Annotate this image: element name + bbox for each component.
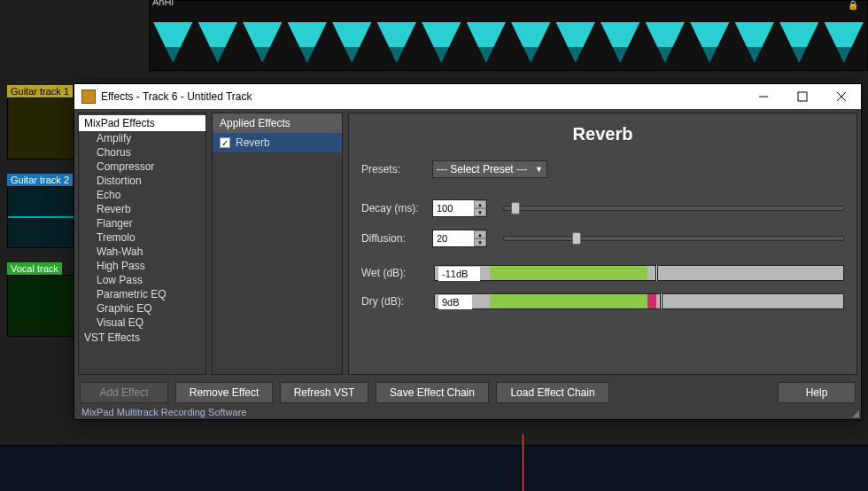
maximize-button[interactable] (783, 84, 822, 109)
load-effect-chain-button[interactable]: Load Effect Chain (496, 382, 609, 403)
dry-fill (490, 294, 647, 308)
wet-label: Wet (dB): (361, 267, 425, 279)
help-button[interactable]: Help (778, 382, 856, 403)
bg-track-label: Guitar track 1 (7, 85, 73, 97)
bg-track-label: Guitar track 2 (7, 174, 73, 186)
tree-leaf[interactable]: Parametric EQ (79, 287, 205, 301)
decay-input[interactable]: ▲▼ (432, 199, 487, 217)
tree-leaf[interactable]: Reverb (79, 202, 205, 216)
effects-tree[interactable]: MixPad Effects AmplifyChorusCompressorDi… (78, 113, 206, 375)
tree-leaf[interactable]: Graphic EQ (79, 301, 205, 316)
button-row: Add Effect Remove Effect Refresh VST Sav… (74, 378, 861, 407)
bg-track-label: Vocal track (7, 262, 62, 275)
tree-leaf[interactable]: High Pass (79, 259, 205, 273)
refresh-vst-button[interactable]: Refresh VST (280, 382, 368, 403)
applied-effect-name: Reverb (236, 136, 270, 149)
window-title: Effects - Track 6 - Untitled Track (101, 90, 744, 103)
effect-params-panel: Reverb Presets: --- Select Preset --- ▼ … (348, 113, 857, 375)
remove-effect-button[interactable]: Remove Effect (175, 382, 273, 403)
resize-handle[interactable] (850, 409, 859, 417)
tree-leaf[interactable]: Tremolo (79, 230, 205, 245)
presets-select[interactable]: --- Select Preset --- ▼ (432, 160, 547, 178)
effect-title: Reverb (361, 124, 844, 144)
playhead (523, 434, 523, 491)
decay-slider[interactable] (503, 206, 844, 211)
add-effect-button[interactable]: Add Effect (80, 382, 168, 403)
decay-label: Decay (ms): (361, 202, 425, 214)
tree-leaf[interactable]: Chorus (79, 145, 205, 160)
diffusion-input[interactable]: ▲▼ (432, 230, 487, 247)
applied-effects-header: Applied Effects (213, 113, 342, 133)
decay-slider-thumb[interactable] (511, 202, 520, 214)
dry-value-text: 9dB (438, 295, 472, 309)
tree-leaf[interactable]: Amplify (79, 131, 205, 145)
close-button[interactable] (822, 84, 861, 109)
dry-cursor[interactable] (660, 293, 663, 309)
bg-top-clip-label: AhHi (152, 0, 174, 7)
tree-leaf[interactable]: Low Pass (79, 273, 205, 287)
presets-select-text: --- Select Preset --- (437, 163, 527, 175)
tree-cat-mixpad[interactable]: MixPad Effects (79, 115, 205, 131)
bg-top-waveform (153, 4, 864, 63)
wet-value-text: -11dB (438, 267, 480, 281)
diffusion-slider-thumb[interactable] (572, 232, 581, 245)
decay-step-down[interactable]: ▼ (474, 208, 486, 216)
diffusion-step-up[interactable]: ▲ (474, 230, 486, 238)
bg-top-clip: 🔒 (149, 0, 868, 71)
save-effect-chain-button[interactable]: Save Effect Chain (376, 382, 489, 403)
svg-rect-1 (798, 92, 807, 101)
chevron-down-icon: ▼ (535, 165, 543, 174)
applied-effect-checkbox[interactable]: ✓ (220, 137, 230, 148)
presets-label: Presets: (361, 163, 425, 175)
app-icon (81, 90, 96, 104)
decay-value-field[interactable] (433, 200, 474, 216)
tree-cat-vst[interactable]: VST Effects (79, 330, 205, 346)
tree-leaf[interactable]: Distortion (79, 174, 205, 188)
wet-fill (490, 266, 647, 280)
diffusion-slider[interactable] (503, 236, 844, 241)
tree-leaf[interactable]: Echo (79, 188, 205, 202)
wet-level[interactable]: -11dB (434, 265, 844, 281)
tree-leaf[interactable]: Wah-Wah (79, 245, 205, 259)
decay-step-up[interactable]: ▲ (474, 200, 486, 208)
diffusion-value-field[interactable] (433, 230, 474, 246)
lock-icon: 🔒 (848, 0, 858, 10)
tree-leaf[interactable]: Compressor (79, 160, 205, 174)
dry-level[interactable]: 9dB (434, 293, 844, 309)
tree-leaf[interactable]: Visual EQ (79, 316, 205, 330)
dry-peak (647, 294, 656, 308)
minimize-button[interactable] (744, 84, 783, 109)
effects-window: Effects - Track 6 - Untitled Track MixPa… (74, 83, 862, 420)
applied-effect-item[interactable]: ✓Reverb (213, 133, 342, 152)
tree-leaf[interactable]: Flanger (79, 216, 205, 230)
diffusion-label: Diffusion: (361, 232, 425, 245)
bg-timeline (0, 445, 868, 491)
status-text: MixPad Multitrack Recording Software (74, 407, 861, 419)
wet-cursor[interactable] (655, 265, 658, 281)
dry-label: Dry (dB): (361, 295, 425, 308)
titlebar[interactable]: Effects - Track 6 - Untitled Track (74, 84, 861, 109)
applied-effects-panel: Applied Effects ✓Reverb (212, 113, 343, 375)
diffusion-step-down[interactable]: ▼ (474, 238, 486, 246)
